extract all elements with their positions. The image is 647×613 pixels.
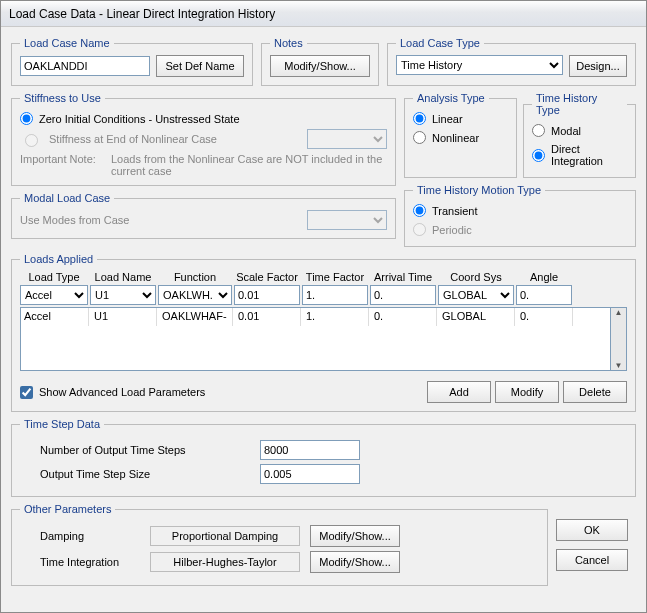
delete-button[interactable]: Delete [563, 381, 627, 403]
legend-other-parameters: Other Parameters [20, 503, 115, 515]
label-periodic: Periodic [432, 224, 472, 236]
group-other-parameters: Other Parameters Damping Proportional Da… [11, 503, 548, 586]
cancel-button[interactable]: Cancel [556, 549, 628, 571]
legend-motion-type: Time History Motion Type [413, 184, 545, 196]
radio-periodic [413, 223, 426, 236]
col-coord: Coord Sys [438, 271, 514, 285]
cell-time: 1. [303, 308, 369, 326]
dialog-content: Load Case Name Set Def Name Notes Modify… [1, 27, 646, 612]
group-load-case-type: Load Case Type Time History Design... [387, 37, 636, 86]
modify-button[interactable]: Modify [495, 381, 559, 403]
col-function: Function [158, 271, 232, 285]
input-load-name[interactable]: U1 [90, 285, 156, 305]
input-arrival[interactable] [370, 285, 436, 305]
set-def-name-button[interactable]: Set Def Name [156, 55, 244, 77]
group-time-step: Time Step Data Number of Output Time Ste… [11, 418, 636, 497]
value-damping: Proportional Damping [150, 526, 300, 546]
legend-time-history-type: Time History Type [532, 92, 627, 116]
label-damping: Damping [40, 530, 140, 542]
damping-modify-button[interactable]: Modify/Show... [310, 525, 400, 547]
col-load-type: Load Type [20, 271, 88, 285]
col-time: Time Factor [302, 271, 368, 285]
label-nonlinear: Nonlinear [432, 132, 479, 144]
legend-modal-load-case: Modal Load Case [20, 192, 114, 204]
loads-list[interactable]: Accel U1 OAKLWHAF- 0.01 1. 0. GLOBAL 0. [20, 307, 611, 371]
legend-load-case-name: Load Case Name [20, 37, 114, 49]
label-modal: Modal [551, 125, 581, 137]
label-end-nonlinear: Stiffness at End of Nonlinear Case [49, 133, 217, 145]
input-function[interactable]: OAKLWH. [158, 285, 232, 305]
group-motion-type: Time History Motion Type Transient Perio… [404, 184, 636, 247]
legend-time-step: Time Step Data [20, 418, 104, 430]
group-notes: Notes Modify/Show... [261, 37, 379, 86]
radio-modal[interactable] [532, 124, 545, 137]
loads-input-row: Accel U1 OAKLWH. GLOBAL [20, 285, 627, 305]
radio-direct-integration[interactable] [532, 149, 545, 162]
scroll-down-icon[interactable]: ▼ [615, 361, 623, 370]
integration-modify-button[interactable]: Modify/Show... [310, 551, 400, 573]
value-time-integration: Hilber-Hughes-Taylor [150, 552, 300, 572]
label-direct-integration: Direct Integration [551, 143, 627, 167]
cell-load-name: U1 [91, 308, 157, 326]
label-use-modes: Use Modes from Case [20, 214, 129, 226]
table-row[interactable]: Accel U1 OAKLWHAF- 0.01 1. 0. GLOBAL 0. [21, 308, 610, 326]
loads-scrollbar[interactable]: ▲ ▼ [611, 307, 627, 371]
legend-loads-applied: Loads Applied [20, 253, 97, 265]
radio-nonlinear[interactable] [413, 131, 426, 144]
load-case-name-input[interactable] [20, 56, 150, 76]
col-scale: Scale Factor [234, 271, 300, 285]
label-step-size: Output Time Step Size [40, 468, 260, 480]
dialog-window: Load Case Data - Linear Direct Integrati… [0, 0, 647, 613]
radio-transient[interactable] [413, 204, 426, 217]
scroll-up-icon[interactable]: ▲ [615, 308, 623, 317]
col-angle: Angle [516, 271, 572, 285]
col-load-name: Load Name [90, 271, 156, 285]
group-modal-load-case: Modal Load Case Use Modes from Case [11, 192, 396, 239]
label-time-integration: Time Integration [40, 556, 140, 568]
input-load-type[interactable]: Accel [20, 285, 88, 305]
input-time[interactable] [302, 285, 368, 305]
label-linear: Linear [432, 113, 463, 125]
cell-function: OAKLWHAF- [159, 308, 233, 326]
col-arrival: Arrival Time [370, 271, 436, 285]
checkbox-show-advanced[interactable] [20, 386, 33, 399]
notes-modify-button[interactable]: Modify/Show... [270, 55, 370, 77]
input-angle[interactable] [516, 285, 572, 305]
group-stiffness: Stiffness to Use Zero Initial Conditions… [11, 92, 396, 186]
input-num-steps[interactable] [260, 440, 360, 460]
nonlinear-case-select [307, 129, 387, 149]
legend-analysis-type: Analysis Type [413, 92, 489, 104]
important-note-text: Loads from the Nonlinear Case are NOT in… [111, 153, 387, 177]
cell-load-type: Accel [21, 308, 89, 326]
titlebar: Load Case Data - Linear Direct Integrati… [1, 1, 646, 27]
cell-scale: 0.01 [235, 308, 301, 326]
radio-linear[interactable] [413, 112, 426, 125]
loads-header-row: Load Type Load Name Function Scale Facto… [20, 271, 627, 285]
input-step-size[interactable] [260, 464, 360, 484]
cell-angle: 0. [517, 308, 573, 326]
input-coord[interactable]: GLOBAL [438, 285, 514, 305]
label-transient: Transient [432, 205, 477, 217]
radio-zero-initial[interactable] [20, 112, 33, 125]
label-show-advanced: Show Advanced Load Parameters [39, 386, 205, 398]
window-title: Load Case Data - Linear Direct Integrati… [9, 7, 275, 21]
label-zero-initial: Zero Initial Conditions - Unstressed Sta… [39, 113, 240, 125]
add-button[interactable]: Add [427, 381, 491, 403]
modal-case-select [307, 210, 387, 230]
design-button[interactable]: Design... [569, 55, 627, 77]
legend-load-case-type: Load Case Type [396, 37, 484, 49]
group-load-case-name: Load Case Name Set Def Name [11, 37, 253, 86]
legend-stiffness: Stiffness to Use [20, 92, 105, 104]
group-analysis-type: Analysis Type Linear Nonlinear [404, 92, 517, 178]
load-case-type-select[interactable]: Time History [396, 55, 563, 75]
radio-end-nonlinear [25, 134, 38, 147]
ok-button[interactable]: OK [556, 519, 628, 541]
label-num-steps: Number of Output Time Steps [40, 444, 260, 456]
legend-notes: Notes [270, 37, 307, 49]
cell-arrival: 0. [371, 308, 437, 326]
input-scale[interactable] [234, 285, 300, 305]
group-loads-applied: Loads Applied Load Type Load Name Functi… [11, 253, 636, 412]
group-time-history-type: Time History Type Modal Direct Integrati… [523, 92, 636, 178]
important-note-label: Important Note: [20, 153, 105, 177]
cell-coord: GLOBAL [439, 308, 515, 326]
